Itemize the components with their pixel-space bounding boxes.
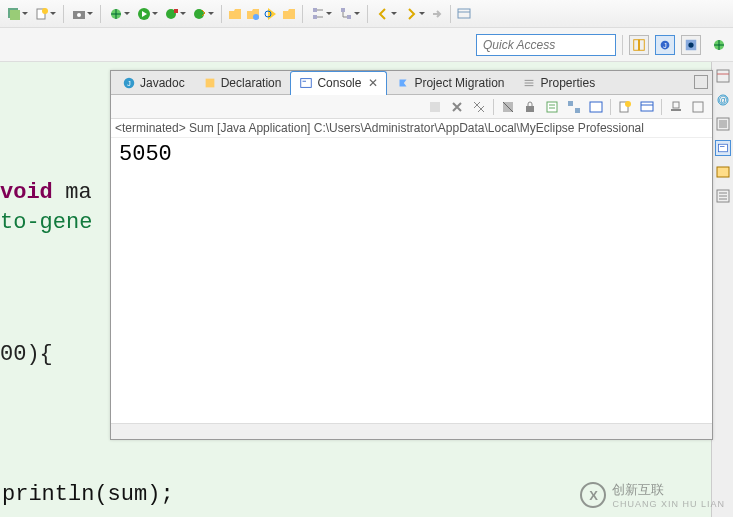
debug-icon[interactable] (108, 6, 124, 22)
svg-point-3 (42, 8, 48, 14)
java-perspective-icon[interactable]: J (655, 35, 675, 55)
remove-all-icon[interactable] (471, 99, 487, 115)
svg-rect-21 (638, 39, 640, 50)
svg-rect-16 (341, 8, 345, 12)
close-icon[interactable]: ✕ (368, 76, 378, 90)
svg-rect-60 (673, 102, 679, 108)
console-view-icon[interactable] (715, 140, 731, 156)
svg-rect-15 (313, 15, 317, 19)
svg-point-5 (77, 13, 81, 17)
tab-console[interactable]: Console✕ (290, 71, 387, 95)
svg-rect-50 (526, 106, 534, 112)
console-toolbar (111, 95, 712, 119)
svg-rect-17 (347, 15, 351, 19)
svg-rect-27 (717, 70, 729, 82)
open-perspective-icon[interactable] (629, 35, 649, 55)
min-icon[interactable] (668, 99, 684, 115)
new-console-icon[interactable] (617, 99, 633, 115)
svg-rect-52 (568, 101, 573, 106)
svg-rect-18 (458, 9, 470, 18)
nav-next-icon[interactable] (429, 6, 445, 22)
svg-text:J: J (127, 80, 131, 87)
new-icon[interactable] (34, 6, 50, 22)
tab-label: Console (317, 76, 361, 90)
problems-icon[interactable] (715, 164, 731, 180)
svg-rect-42 (205, 79, 214, 88)
code-text: println(sum); (2, 482, 174, 507)
svg-rect-61 (693, 102, 703, 112)
launch-icon[interactable] (711, 37, 727, 53)
tab-project-migration[interactable]: Project Migration (387, 71, 513, 95)
run-icon[interactable] (136, 6, 152, 22)
watermark: X 创新互联 CHUANG XIN HU LIAN (580, 481, 725, 509)
watermark-brand: 创新互联 (612, 481, 725, 499)
svg-point-25 (688, 42, 693, 47)
pin-icon[interactable] (544, 99, 560, 115)
main-toolbar (0, 0, 733, 28)
code-text: ma (52, 180, 92, 205)
at-icon[interactable]: @ (715, 92, 731, 108)
run-last-icon[interactable] (192, 6, 208, 22)
svg-rect-10 (174, 9, 178, 13)
panel-tabstrip: JJavadoc Declaration Console✕ Project Mi… (111, 71, 712, 95)
svg-rect-14 (313, 8, 317, 12)
tree-expand-icon[interactable] (338, 6, 354, 22)
save-all-icon[interactable] (6, 6, 22, 22)
open-type-icon[interactable] (245, 6, 261, 22)
console-output[interactable]: 5050 (111, 138, 712, 423)
svg-rect-48 (430, 102, 440, 112)
svg-text:J: J (663, 41, 667, 48)
svg-rect-33 (718, 144, 727, 152)
tasks-icon[interactable] (715, 188, 731, 204)
display-selected-icon[interactable] (639, 99, 655, 115)
code-keyword: void (0, 180, 53, 205)
svg-rect-51 (547, 102, 557, 112)
tab-label: Properties (540, 76, 595, 90)
code-comment: to-gene (0, 210, 92, 235)
blank-icon[interactable] (427, 99, 443, 115)
nav-forward-icon[interactable] (403, 6, 419, 22)
camera-icon[interactable] (71, 6, 87, 22)
tree-icon[interactable] (566, 99, 582, 115)
run-external-icon[interactable] (164, 6, 180, 22)
svg-rect-59 (671, 109, 681, 111)
open-console-icon[interactable] (588, 99, 604, 115)
quick-access-input[interactable] (476, 34, 616, 56)
outline-icon[interactable] (715, 68, 731, 84)
watermark-logo: X (580, 482, 606, 508)
console-panel: JJavadoc Declaration Console✕ Project Mi… (110, 70, 713, 440)
svg-point-56 (625, 101, 631, 107)
lock-icon[interactable] (522, 99, 538, 115)
open-task-icon[interactable] (281, 6, 297, 22)
tab-javadoc[interactable]: JJavadoc (113, 71, 194, 95)
minimize-panel-icon[interactable] (694, 75, 708, 89)
svg-text:@: @ (718, 95, 727, 105)
debug-perspective-icon[interactable] (681, 35, 701, 55)
quick-access-bar: J (0, 28, 733, 62)
svg-rect-1 (10, 10, 20, 20)
code-text: 00){ (0, 342, 53, 367)
open-folder-icon[interactable] (227, 6, 243, 22)
tab-label: Javadoc (140, 76, 185, 90)
watermark-sub: CHUANG XIN HU LIAN (612, 499, 725, 509)
tab-label: Declaration (221, 76, 282, 90)
remove-icon[interactable] (449, 99, 465, 115)
max-icon[interactable] (690, 99, 706, 115)
svg-rect-53 (575, 108, 580, 113)
nav-back-icon[interactable] (375, 6, 391, 22)
tab-declaration[interactable]: Declaration (194, 71, 291, 95)
search-icon[interactable] (263, 6, 279, 22)
tab-label: Project Migration (414, 76, 504, 90)
right-icon-strip: @ (711, 62, 733, 517)
svg-rect-35 (717, 167, 729, 177)
tab-properties[interactable]: Properties (513, 71, 604, 95)
maximize-icon[interactable] (715, 116, 731, 132)
clear-icon[interactable] (500, 99, 516, 115)
tree-collapse-icon[interactable] (310, 6, 326, 22)
horizontal-scrollbar[interactable] (111, 423, 712, 439)
svg-point-12 (253, 14, 259, 20)
window-icon[interactable] (456, 6, 472, 22)
svg-rect-57 (641, 102, 653, 111)
console-status: <terminated> Sum [Java Application] C:\U… (111, 119, 712, 138)
svg-rect-54 (590, 102, 602, 112)
